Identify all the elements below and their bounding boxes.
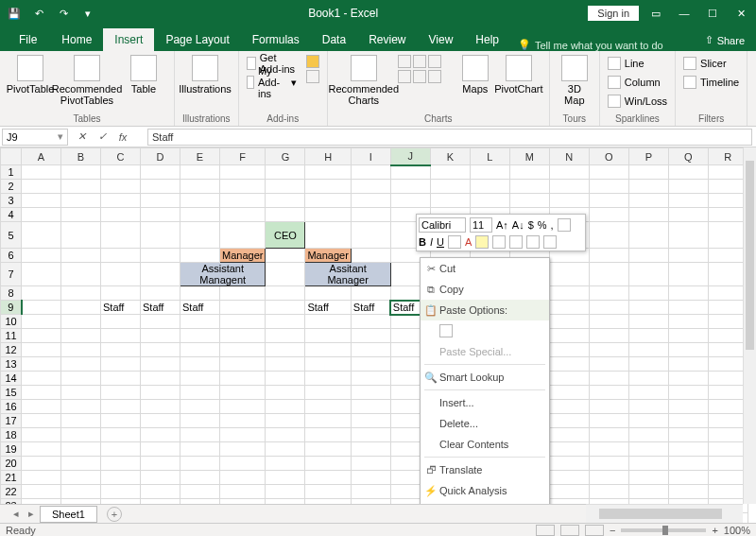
col-header-N[interactable]: N [549,148,589,165]
ctx-insert[interactable]: Insert... [421,392,549,413]
timeline-button[interactable]: Timeline [683,74,739,91]
cell-I9[interactable]: Staff [351,301,390,315]
cell-B10[interactable] [61,315,101,329]
cell-P11[interactable] [628,329,668,343]
cell-A9[interactable] [22,301,61,315]
cell-P12[interactable] [628,343,668,357]
cell-E2[interactable] [180,180,220,194]
cell-C13[interactable] [101,357,141,372]
cell-H9[interactable]: Staff [305,301,351,315]
cell-E6[interactable] [180,249,220,263]
col-header-F[interactable]: F [220,148,266,165]
cell-G2[interactable] [266,180,305,194]
cell-I3[interactable] [351,194,390,208]
row-header-12[interactable]: 12 [1,343,22,357]
cell-Q15[interactable] [668,386,708,400]
tab-file[interactable]: File [6,28,50,51]
row-header-8[interactable]: 8 [1,286,22,301]
redo-icon[interactable]: ↷ [53,3,74,24]
tab-review[interactable]: Review [357,28,417,51]
new-sheet-button[interactable]: + [107,507,122,522]
cell-E11[interactable] [180,329,220,343]
cell-P18[interactable] [628,428,668,442]
tab-formulas[interactable]: Formulas [241,28,311,51]
zoom-in-icon[interactable]: + [712,525,717,536]
maps-button[interactable]: Maps [460,55,490,95]
cell-Q16[interactable] [668,400,708,414]
tab-data[interactable]: Data [311,28,357,51]
cell-H21[interactable] [305,471,351,485]
cell-Q9[interactable] [668,301,708,315]
3dmap-button[interactable]: 3D Map [558,55,592,106]
row-header-3[interactable]: 3 [1,194,22,208]
col-header-O[interactable]: O [589,148,628,165]
qat-customize-icon[interactable]: ▾ [77,3,98,24]
cell-F1[interactable] [220,165,266,180]
row-header-4[interactable]: 4 [1,208,22,222]
cell-A20[interactable] [22,457,61,471]
cell-D9[interactable]: Staff [141,301,180,315]
cell-D4[interactable] [141,208,180,222]
row-header-2[interactable]: 2 [1,180,22,194]
bing-icon[interactable] [306,55,319,68]
close-icon[interactable]: ✕ [730,4,752,23]
cell-Q6[interactable] [668,249,708,263]
cell-E8[interactable] [180,286,220,301]
cell-O8[interactable] [589,286,628,301]
fontsize-select[interactable] [470,217,492,233]
cell-H20[interactable] [305,457,351,471]
cell-O9[interactable] [589,301,628,315]
cell-Q14[interactable] [668,372,708,386]
cell-P21[interactable] [628,471,668,485]
cell-C2[interactable] [101,180,141,194]
scrollbar-horizontal[interactable] [586,504,743,523]
cell-D12[interactable] [141,343,180,357]
cell-I21[interactable] [351,471,390,485]
tab-home[interactable]: Home [50,28,103,51]
cell-G9[interactable] [266,301,305,315]
cell-B18[interactable] [61,428,101,442]
merge-icon[interactable] [492,235,506,249]
cell-C11[interactable] [101,329,141,343]
cell-H13[interactable] [305,357,351,372]
cell-D20[interactable] [141,457,180,471]
cell-G15[interactable] [266,386,305,400]
enter-formula-icon[interactable]: ✓ [94,129,110,146]
cell-E4[interactable] [180,208,220,222]
rec-charts-button[interactable]: Recommended Charts [335,55,392,106]
col-header-L[interactable]: L [470,148,509,165]
cell-D7[interactable] [141,263,180,286]
cell-G10[interactable] [266,315,305,329]
ctx-copy[interactable]: ⧉Copy [421,279,549,300]
cell-D11[interactable] [141,329,180,343]
cell-N12[interactable] [549,343,589,357]
percent-icon[interactable]: % [538,219,547,231]
cell-B22[interactable] [61,485,101,499]
save-icon[interactable]: 💾 [4,3,25,24]
chart-gallery[interactable] [398,55,455,83]
col-header-I[interactable]: I [351,148,390,165]
cell-E21[interactable] [180,471,220,485]
cell-H2[interactable] [305,180,351,194]
cell-B12[interactable] [61,343,101,357]
column-chart-icon[interactable] [398,55,411,68]
cell-P13[interactable] [628,357,668,372]
cell-P19[interactable] [628,442,668,457]
cell-G8[interactable] [266,286,305,301]
formula-input[interactable]: Staff [147,129,752,146]
cell-G21[interactable] [266,471,305,485]
cell-P14[interactable] [628,372,668,386]
cell-A5[interactable] [22,222,61,249]
cell-H3[interactable] [305,194,351,208]
cell-P3[interactable] [628,194,668,208]
cell-I20[interactable] [351,457,390,471]
cell-B5[interactable] [61,222,101,249]
cell-P15[interactable] [628,386,668,400]
cell-Q17[interactable] [668,414,708,428]
cell-L3[interactable] [470,194,509,208]
row-header-15[interactable]: 15 [1,386,22,400]
cell-N17[interactable] [549,414,589,428]
cell-A1[interactable] [22,165,61,180]
cell-Q20[interactable] [668,457,708,471]
fontcolor-icon[interactable]: A [465,236,472,248]
